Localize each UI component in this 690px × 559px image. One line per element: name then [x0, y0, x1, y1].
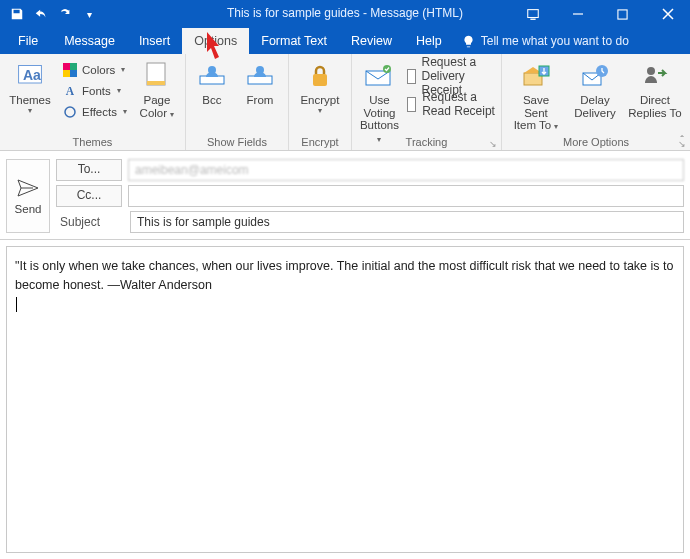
subject-label: Subject [56, 215, 124, 229]
fonts-label: Fonts [82, 85, 111, 97]
group-more-options: Save Sent Item To ▾ Delay Delivery [502, 54, 690, 150]
fonts-icon: A [62, 83, 78, 99]
page-color-button[interactable]: Page Color ▾ [135, 58, 179, 122]
send-button[interactable]: Send [6, 159, 50, 233]
svg-rect-7 [70, 70, 77, 77]
save-sent-item-to-button[interactable]: Save Sent Item To ▾ [508, 58, 564, 122]
group-label-more-options[interactable]: More Options [508, 134, 684, 150]
request-read-receipt-checkbox[interactable]: Request a Read Receipt [407, 94, 495, 114]
message-body-editor[interactable]: "It is only when we take chances, when o… [6, 246, 684, 553]
lock-icon [304, 60, 336, 92]
tab-format-text[interactable]: Format Text [249, 28, 339, 54]
checkbox-icon [407, 97, 416, 112]
page-color-label-1: Page [140, 94, 175, 107]
group-label-themes: Themes [6, 134, 179, 150]
title-bar: ▾ This is for sample guides - Message (H… [0, 0, 690, 28]
save-sent-label-1: Save Sent [510, 94, 562, 119]
close-button[interactable] [645, 0, 690, 28]
colors-label: Colors [82, 64, 115, 76]
from-icon [244, 60, 276, 92]
svg-rect-5 [70, 63, 77, 70]
to-field[interactable]: ameibean@ameicom [128, 159, 684, 181]
maximize-button[interactable] [600, 0, 645, 28]
save-icon[interactable] [6, 3, 28, 25]
voting-label-1: Use Voting [360, 94, 399, 119]
message-body-text: "It is only when we take chances, when o… [15, 259, 673, 292]
delay-delivery-icon [579, 60, 611, 92]
direct-replies-to-button[interactable]: Direct Replies To [626, 58, 684, 122]
delay-label-1: Delay [574, 94, 616, 107]
group-label-tracking[interactable]: Tracking [358, 134, 495, 150]
from-label: From [247, 94, 274, 107]
voting-buttons-button[interactable]: Use Voting Buttons ▾ [358, 58, 401, 122]
effects-button[interactable]: Effects ▾ [60, 102, 129, 122]
group-tracking: Use Voting Buttons ▾ Request a Delivery … [352, 54, 502, 150]
group-themes: Aa Themes ▾ Colors ▾ [0, 54, 186, 150]
chevron-down-icon: ▾ [117, 87, 121, 95]
page-color-label-2: Color [140, 107, 167, 119]
chevron-down-icon: ▾ [123, 108, 127, 116]
save-sent-label-2: Item To [514, 119, 552, 131]
tell-me-search[interactable]: Tell me what you want to do [462, 28, 629, 54]
themes-icon: Aa [14, 60, 46, 92]
svg-rect-4 [63, 63, 70, 70]
tab-review[interactable]: Review [339, 28, 404, 54]
tell-me-label: Tell me what you want to do [481, 34, 629, 48]
qat-customize-icon[interactable]: ▾ [78, 3, 100, 25]
text-cursor-icon [16, 297, 17, 312]
from-button[interactable]: From [238, 58, 282, 122]
save-sent-icon [520, 60, 552, 92]
read-receipt-label: Request a Read Receipt [422, 90, 495, 118]
compose-header: Send To... ameibean@ameicom Cc... Subjec… [0, 151, 690, 240]
svg-rect-11 [200, 76, 224, 84]
cc-button[interactable]: Cc... [56, 185, 122, 207]
svg-rect-10 [147, 81, 165, 85]
minimize-button[interactable] [555, 0, 600, 28]
chevron-down-icon: ▾ [300, 107, 339, 115]
themes-button[interactable]: Aa Themes ▾ [6, 58, 54, 122]
svg-rect-1 [618, 9, 627, 18]
chevron-down-icon: ▾ [554, 122, 558, 131]
tab-options[interactable]: Options [182, 28, 249, 54]
request-delivery-receipt-checkbox[interactable]: Request a Delivery Receipt [407, 66, 495, 86]
svg-rect-13 [248, 76, 272, 84]
svg-rect-6 [63, 70, 70, 77]
svg-point-8 [65, 107, 75, 117]
voting-label-2: Buttons [360, 119, 399, 131]
chevron-down-icon: ▾ [170, 110, 174, 119]
redo-icon[interactable] [54, 3, 76, 25]
chevron-down-icon: ▾ [9, 107, 51, 115]
direct-label-2: Replies To [628, 107, 682, 120]
delay-delivery-button[interactable]: Delay Delivery [570, 58, 620, 122]
effects-label: Effects [82, 106, 117, 118]
group-label-encrypt: Encrypt [295, 134, 345, 150]
group-show-fields: Bcc From Show Fields [186, 54, 289, 150]
direct-label-1: Direct [628, 94, 682, 107]
tab-file[interactable]: File [4, 28, 52, 54]
subject-field[interactable]: This is for sample guides [130, 211, 684, 233]
send-icon [17, 178, 39, 200]
bcc-icon [196, 60, 228, 92]
to-button[interactable]: To... [56, 159, 122, 181]
quick-access-toolbar: ▾ [0, 0, 100, 28]
tab-insert[interactable]: Insert [127, 28, 182, 54]
collapse-ribbon-icon[interactable]: ˆ [680, 134, 684, 146]
voting-icon [363, 60, 395, 92]
svg-text:Aa: Aa [23, 67, 41, 83]
ribbon-display-options-icon[interactable] [510, 0, 555, 28]
bcc-button[interactable]: Bcc [192, 58, 232, 122]
fonts-button[interactable]: A Fonts ▾ [60, 81, 129, 101]
tab-message[interactable]: Message [52, 28, 127, 54]
bcc-label: Bcc [202, 94, 221, 107]
send-label: Send [15, 203, 42, 215]
effects-icon [62, 104, 78, 120]
themes-label: Themes [9, 94, 51, 107]
colors-button[interactable]: Colors ▾ [60, 60, 129, 80]
lightbulb-icon [462, 35, 475, 48]
encrypt-button[interactable]: Encrypt ▾ [295, 58, 345, 122]
undo-icon[interactable] [30, 3, 52, 25]
colors-icon [62, 62, 78, 78]
tab-help[interactable]: Help [404, 28, 454, 54]
svg-point-22 [647, 67, 655, 75]
cc-field[interactable] [128, 185, 684, 207]
